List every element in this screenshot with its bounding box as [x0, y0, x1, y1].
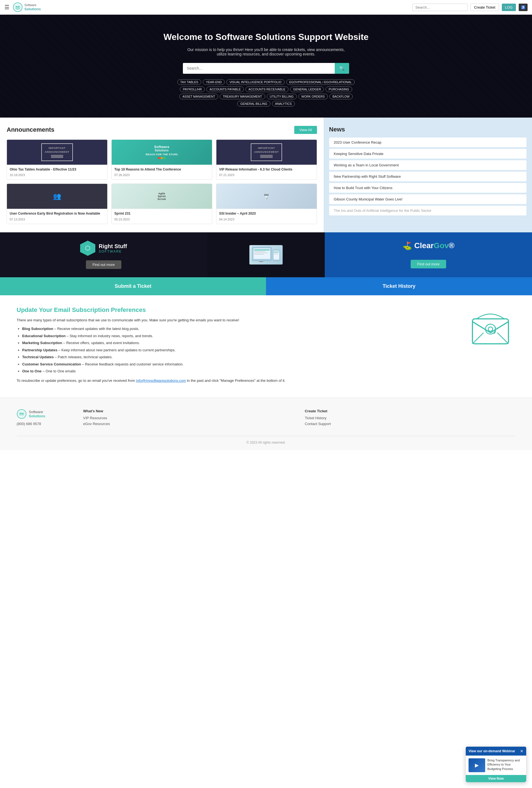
footer-brand: Software Solutions (800) 686 9578 [17, 409, 72, 428]
tag-item[interactable]: TREASURY MANAGEMENT [220, 94, 265, 99]
logo-text: Software Solutions [24, 3, 41, 12]
announcement-card-date: 07.21.2023 [219, 173, 314, 177]
svg-point-19 [488, 327, 493, 331]
svg-rect-15 [274, 253, 278, 253]
footer-col1-title: What's New [83, 409, 294, 413]
announcement-card[interactable]: AgileSprintScrum Sprint 231 05.23.2023 [111, 183, 212, 224]
footer-link[interactable]: Contact Support [305, 422, 515, 426]
tag-item[interactable]: TAX TABLES [177, 79, 201, 85]
main-content: Announcements View All IMPORTANTANNOUNCE… [0, 118, 532, 232]
svg-rect-23 [22, 413, 23, 414]
right-stuff-name-top: Right Stuff [99, 243, 127, 250]
tag-item[interactable]: ANALYTICS [272, 101, 295, 106]
hamburger-menu-button[interactable]: ☰ [4, 4, 9, 11]
hero-title: Welcome to Software Solutions Support We… [163, 31, 369, 43]
ticket-history-button[interactable]: Ticket History [266, 277, 532, 295]
email-footer-text2: in the past and click "Manage Preference… [186, 378, 285, 382]
email-footer-text: To resubscribe or update preferences, go… [17, 378, 454, 383]
announcement-card-date: 07.13.2023 [10, 218, 104, 221]
logo-line2: Solutions [24, 7, 41, 12]
announcement-card[interactable]: IMPORTANTANNOUNCEMENT VIP Release Inform… [216, 139, 317, 180]
email-footer-link[interactable]: info@mysoftwaresolutions.com [136, 378, 186, 382]
email-icon-area [466, 307, 515, 351]
tag-item[interactable]: VISUAL INTELLIGENCE PORTFOLIO [226, 79, 285, 85]
svg-rect-22 [20, 413, 21, 414]
footer-logo-icon [17, 409, 26, 419]
tag-item[interactable]: EGOVPROFESSIONAL / EGOVRELATIONAL [286, 79, 355, 85]
logo-line1: Software [24, 3, 41, 7]
hero-search-input[interactable] [183, 63, 335, 74]
news-item[interactable]: Working as a Team in Local Government [329, 160, 527, 170]
news-item[interactable]: The Ins and Outs of Artificial Intellige… [329, 206, 527, 215]
cleargov-find-more-button[interactable]: Find out more [411, 260, 446, 269]
email-list: Blog Subscription – Receive relevant upd… [17, 326, 454, 374]
tag-item[interactable]: ASSET MANAGEMENT [179, 94, 218, 99]
cleargov-partner: ⛳ ClearGov® Find out more [325, 232, 532, 277]
footer-logo: Software Solutions [17, 409, 72, 419]
tag-item[interactable]: BACKFLOW [329, 94, 353, 99]
svg-rect-2 [16, 6, 18, 7]
hero-search-button[interactable]: 🔍 [335, 63, 349, 74]
news-item[interactable]: 2023 User Conference Recap [329, 138, 527, 147]
footer-logo-line1: Software [29, 410, 45, 414]
announcement-card[interactable]: 👥 User Conference Early Bird Registratio… [7, 183, 107, 224]
tag-item[interactable]: PURCHASING [326, 86, 352, 92]
announcement-card-title: SSI Insider – April 2023 [219, 212, 314, 216]
email-section: Update Your Email Subscription Preferenc… [0, 295, 532, 398]
footer-col2-title: Create Ticket [305, 409, 515, 413]
tag-item[interactable]: GENERAL BILLING [237, 101, 270, 106]
tag-item[interactable]: PAYROLL/HR [180, 86, 205, 92]
tickets-section: Submit a Ticket Ticket History [0, 277, 532, 295]
hero-subtitle: Our mission is to help you thrive! Here … [183, 47, 349, 56]
create-ticket-button[interactable]: Create Ticket [470, 4, 499, 11]
svg-rect-9 [254, 253, 268, 253]
svg-rect-7 [254, 250, 270, 250]
tag-item[interactable]: ACCOUNTS RECEIVABLE [245, 86, 288, 92]
accessibility-button[interactable]: ♿ [519, 4, 528, 11]
announcement-card[interactable]: SoftwareSolutionsREACH FOR THE STARS Top… [111, 139, 212, 180]
news-item[interactable]: New Partnership with Right Stuff Softwar… [329, 172, 527, 181]
logo-icon [13, 2, 23, 12]
footer-link[interactable]: VIP Resources [83, 416, 294, 420]
submit-ticket-button[interactable]: Submit a Ticket [0, 277, 266, 295]
cleargov-icon: ⛳ [402, 241, 412, 250]
partners-section: ⬡ Right Stuff SOFTWARE Find out more [0, 232, 532, 277]
announcement-card[interactable]: IMPORTANTANNOUNCEMENT Ohio Tax Tables Av… [7, 139, 107, 180]
news-item[interactable]: Gibson County Municipal Water Goes Live! [329, 194, 527, 204]
tag-item[interactable]: YEAR-END [203, 79, 225, 85]
footer-col-whats-new: What's New VIP ResourceseGov Resources [83, 409, 294, 428]
email-title: Update Your Email Subscription Preferenc… [17, 307, 454, 314]
email-list-item: Blog Subscription – Receive relevant upd… [22, 326, 454, 332]
right-stuff-logo: ⬡ Right Stuff SOFTWARE [80, 241, 127, 256]
email-footer-text1: To resubscribe or update preferences, go… [17, 378, 136, 382]
svg-rect-1 [15, 6, 20, 9]
news-item[interactable]: Keeping Sensitive Data Private [329, 149, 527, 159]
cleargov-text: ClearGov® [414, 241, 454, 250]
tag-item[interactable]: UTILITY BILLING [267, 94, 297, 99]
right-stuff-hex-icon: ⬡ [80, 241, 95, 256]
announcement-card[interactable]: SSI📊 SSI Insider – April 2023 04.14.2023 [216, 183, 317, 224]
header-search-input[interactable] [412, 4, 468, 11]
email-list-item: Educational Subscription – Stay informed… [22, 333, 454, 339]
svg-rect-11 [259, 261, 263, 262]
login-button[interactable]: LOG [502, 4, 516, 11]
footer: Software Solutions (800) 686 9578 What's… [0, 398, 532, 450]
tag-item[interactable]: GENERAL LEDGER [290, 86, 324, 92]
footer-link[interactable]: Ticket History [305, 416, 515, 420]
announcement-card-title: VIP Release Information - 6.3 for Cloud … [219, 168, 314, 172]
hero-search: 🔍 [183, 63, 349, 74]
view-all-button[interactable]: View All [294, 126, 317, 134]
footer-link[interactable]: eGov Resources [83, 422, 294, 426]
email-list-item: Technical Updates – Patch releases, tech… [22, 354, 454, 360]
tag-item[interactable]: ACCOUNTS PAYABLE [206, 86, 244, 92]
header-left: ☰ Software Solutions [4, 2, 41, 12]
svg-rect-16 [274, 254, 279, 255]
news-item[interactable]: How to Build Trust with Your Citizens [329, 183, 527, 193]
tag-item[interactable]: WORK ORDERS [299, 94, 328, 99]
announcement-card-date: 05.23.2023 [115, 218, 209, 221]
footer-logo-line2: Solutions [29, 414, 45, 418]
email-list-item: Partnership Updates – Keep informed abou… [22, 348, 454, 353]
footer-logo-text: Software Solutions [29, 410, 45, 418]
right-stuff-find-more-button[interactable]: Find out more [86, 260, 121, 269]
footer-copyright: © 2023 All rights reserved. [17, 436, 515, 445]
